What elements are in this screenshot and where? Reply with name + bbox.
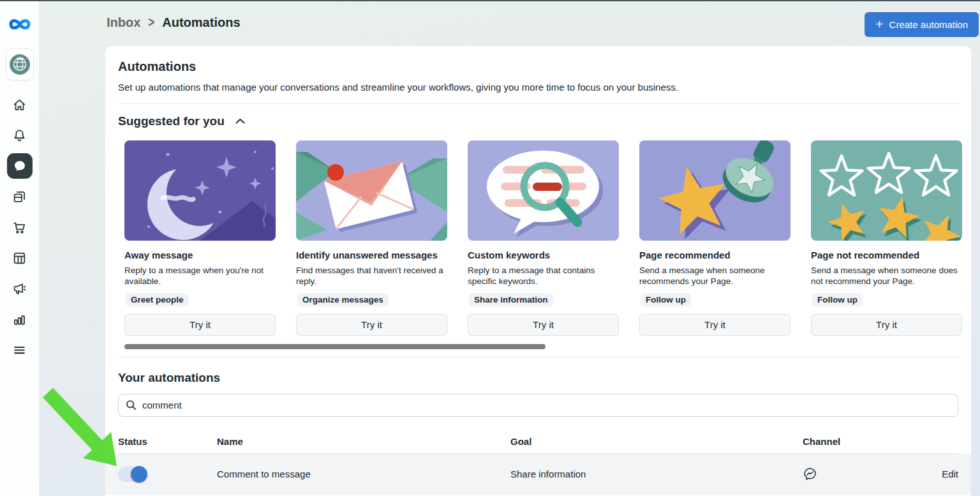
sidebar-item-home[interactable] (4, 89, 35, 120)
column-header-status: Status (118, 436, 217, 447)
suggestion-card-page-recommended: Page recommended Send a message when som… (639, 140, 791, 336)
card-title: Page recommended (639, 250, 791, 260)
column-header-channel: Channel (803, 436, 924, 447)
bar-chart-icon (11, 312, 27, 327)
suggestion-card-away-message: Away message Reply to a message when you… (124, 140, 276, 336)
suggestion-card-page-not-recommended: Page not recommended Send a message when… (811, 140, 962, 336)
create-automation-button[interactable]: + Create automation (865, 12, 979, 37)
card-title: Away message (124, 250, 276, 260)
try-it-button[interactable]: Try it (639, 314, 791, 336)
card-title: Identify unanswered messages (296, 250, 447, 260)
sidebar-item-insights[interactable] (4, 304, 35, 334)
try-it-button[interactable]: Try it (296, 314, 447, 336)
card-description: Send a message when someone recommends y… (639, 265, 791, 287)
sidebar-item-commerce[interactable] (4, 212, 35, 243)
page-recommended-illustration (639, 140, 791, 241)
search-icon (126, 400, 137, 410)
suggested-cards-row: Away message Reply to a message when you… (124, 140, 958, 336)
hamburger-menu-icon (11, 342, 27, 358)
divider (118, 103, 958, 104)
breadcrumb: Inbox > Automations (107, 15, 241, 30)
stacked-pages-icon (11, 189, 27, 205)
automation-name[interactable]: Comment to message (217, 469, 510, 479)
automation-row: Comment to message Share information Edi… (105, 454, 971, 496)
chevron-up-icon[interactable] (235, 117, 246, 125)
inbox-chat-icon (7, 153, 33, 179)
sidebar-item-inbox[interactable] (4, 151, 35, 181)
search-input[interactable] (142, 400, 951, 410)
left-sidebar (0, 1, 40, 496)
edit-link[interactable]: Edit (924, 469, 958, 479)
unanswered-messages-illustration (296, 140, 447, 241)
suggested-section-header[interactable]: Suggested for you (118, 114, 958, 128)
shopping-cart-icon (11, 220, 27, 236)
page-subtitle: Set up automations that manage your conv… (118, 82, 958, 93)
sidebar-item-content[interactable] (4, 181, 35, 212)
home-icon (11, 97, 27, 113)
card-description: Find messages that haven't received a re… (296, 265, 447, 287)
chevron-right-icon: > (148, 15, 154, 31)
automation-goal: Share information (510, 469, 803, 479)
meta-logo[interactable] (6, 10, 34, 38)
card-goal-tag: Share information (469, 293, 553, 306)
page-not-recommended-illustration (811, 140, 962, 241)
card-goal-tag: Greet people (126, 293, 189, 306)
messenger-channel-icon (803, 467, 924, 481)
breadcrumb-inbox[interactable]: Inbox (107, 15, 140, 30)
horizontal-scrollbar-thumb[interactable] (124, 344, 546, 349)
card-description: Reply to a message when you're not avail… (124, 265, 276, 287)
card-goal-tag: Organize messages (297, 293, 389, 306)
bell-icon (11, 128, 27, 144)
card-description: Send a message when someone does not rec… (811, 265, 962, 287)
away-message-illustration (124, 140, 276, 241)
card-description: Reply to a message that contains specifi… (468, 265, 619, 287)
top-bar: Inbox > Automations + Create automation (40, 1, 980, 46)
suggestion-card-custom-keywords: Custom keywords Reply to a message that … (468, 140, 619, 336)
create-automation-label: Create automation (889, 19, 968, 30)
sidebar-item-ads[interactable] (4, 273, 35, 304)
page-title: Automations (118, 46, 958, 74)
megaphone-icon (11, 281, 27, 297)
try-it-button[interactable]: Try it (468, 314, 619, 336)
suggested-heading: Suggested for you (118, 114, 225, 128)
card-title: Page not recommended (811, 250, 962, 260)
automations-table-header: Status Name Goal Channel (118, 430, 958, 454)
card-goal-tag: Follow up (641, 293, 691, 306)
automations-search[interactable] (118, 394, 958, 417)
catalog-grid-icon (11, 250, 27, 266)
card-title: Custom keywords (468, 250, 619, 260)
column-header-goal: Goal (510, 436, 803, 447)
status-toggle-on[interactable] (118, 467, 146, 482)
your-automations-heading: Your automations (118, 371, 958, 385)
custom-keywords-illustration (468, 140, 619, 241)
column-header-name: Name (217, 436, 510, 447)
sidebar-item-more[interactable] (4, 334, 35, 365)
toggle-knob (131, 466, 147, 483)
sidebar-item-catalog[interactable] (4, 243, 35, 273)
divider (118, 357, 958, 357)
breadcrumb-automations: Automations (162, 15, 240, 30)
try-it-button[interactable]: Try it (811, 314, 962, 336)
card-goal-tag: Follow up (812, 293, 863, 306)
sidebar-item-notifications[interactable] (4, 120, 35, 151)
try-it-button[interactable]: Try it (124, 314, 276, 336)
plus-icon: + (875, 17, 883, 31)
business-avatar[interactable] (6, 49, 34, 80)
window-top-edge (0, 0, 980, 1)
suggestion-card-identify-unanswered: Identify unanswered messages Find messag… (296, 140, 447, 336)
automations-panel: Automations Set up automations that mana… (105, 46, 971, 496)
